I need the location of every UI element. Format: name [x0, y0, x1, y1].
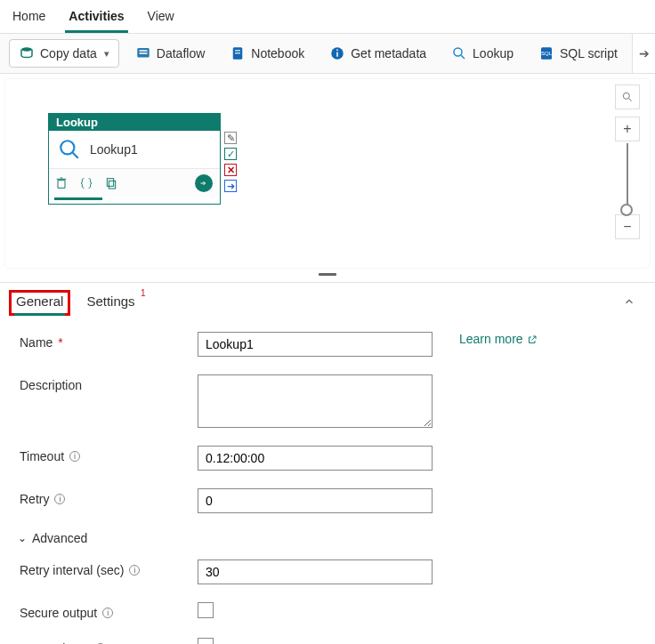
svg-point-10	[454, 48, 462, 56]
settings-error-badge: 1	[141, 288, 146, 298]
sql-script-button[interactable]: SQL SQL script	[530, 40, 627, 67]
advanced-label: Advanced	[32, 531, 87, 545]
toolbar-overflow-button[interactable]: ➔	[632, 34, 655, 73]
svg-rect-16	[109, 181, 115, 189]
info-icon[interactable]: i	[102, 608, 113, 618]
zoom-slider[interactable]	[627, 143, 628, 213]
port-success-icon[interactable]: ✓	[224, 148, 237, 160]
svg-point-14	[61, 141, 74, 154]
properties-panel: General Settings 1 Name * Learn more Des…	[0, 282, 655, 644]
dataflow-button[interactable]: Dataflow	[126, 40, 214, 67]
svg-line-15	[72, 152, 78, 158]
learn-more-link[interactable]: Learn more	[459, 332, 538, 346]
tab-general[interactable]: General	[11, 292, 69, 314]
svg-rect-6	[235, 52, 240, 53]
retry-input[interactable]	[198, 488, 433, 513]
lookup-icon	[58, 138, 81, 161]
info-icon[interactable]: i	[129, 565, 140, 576]
dataflow-label: Dataflow	[157, 46, 205, 60]
info-icon[interactable]: i	[54, 494, 65, 504]
zoom-in-button[interactable]: +	[615, 117, 640, 141]
lookup-button[interactable]: Lookup	[442, 40, 522, 67]
activity-node-name: Lookup1	[90, 142, 138, 157]
port-failure-icon[interactable]: ✕	[224, 164, 237, 176]
svg-rect-5	[235, 50, 240, 51]
copy-data-label: Copy data	[40, 46, 97, 60]
notebook-icon	[230, 45, 246, 61]
port-edit-icon[interactable]: ✎	[224, 132, 237, 144]
dataflow-icon	[135, 45, 151, 61]
activities-toolbar: Copy data ▾ Dataflow Notebook Get metada…	[0, 34, 655, 74]
svg-point-0	[21, 47, 32, 52]
fit-to-screen-button[interactable]	[615, 85, 640, 109]
node-active-indicator	[54, 197, 102, 200]
description-label: Description	[20, 378, 82, 392]
description-input[interactable]	[198, 374, 433, 428]
lookup-icon	[451, 45, 467, 61]
advanced-section-toggle[interactable]: ⌄ Advanced	[18, 531, 635, 545]
copy-data-button[interactable]: Copy data ▾	[9, 39, 119, 68]
sql-script-icon: SQL	[538, 45, 554, 61]
lookup-label: Lookup	[473, 46, 513, 60]
zoom-handle[interactable]	[620, 204, 633, 216]
node-output-ports: ✎ ✓ ✕ ➜	[224, 132, 237, 192]
copy-icon[interactable]	[104, 176, 118, 190]
secure-input-checkbox[interactable]	[198, 638, 214, 644]
activity-node-lookup[interactable]: Lookup Lookup1	[48, 113, 221, 205]
tab-settings[interactable]: Settings 1	[81, 292, 140, 314]
name-label: Name	[20, 335, 53, 350]
svg-rect-2	[139, 50, 147, 52]
retry-interval-label: Retry interval (sec)	[20, 563, 124, 577]
copy-data-icon	[19, 45, 35, 61]
chevron-right-icon: ➔	[639, 46, 650, 60]
port-completion-icon[interactable]: ➜	[224, 180, 237, 192]
tab-view[interactable]: View	[144, 4, 178, 33]
svg-rect-8	[336, 52, 338, 57]
svg-text:SQL: SQL	[541, 51, 553, 56]
editor-main-tabs: Home Activities View	[0, 0, 655, 34]
required-marker: *	[58, 335, 62, 350]
external-link-icon	[527, 334, 538, 344]
svg-rect-17	[107, 179, 113, 187]
svg-line-19	[629, 99, 632, 101]
info-icon[interactable]: i	[69, 451, 80, 462]
svg-rect-9	[336, 50, 338, 52]
chevron-down-icon: ⌄	[18, 532, 27, 544]
notebook-button[interactable]: Notebook	[221, 40, 313, 67]
get-metadata-button[interactable]: Get metadata	[320, 40, 435, 67]
retry-interval-input[interactable]	[198, 559, 433, 584]
svg-rect-3	[139, 52, 147, 54]
collapse-panel-button[interactable]	[623, 295, 635, 310]
secure-output-checkbox[interactable]	[198, 602, 214, 618]
canvas-zoom-control: + −	[614, 85, 641, 239]
tab-home[interactable]: Home	[9, 4, 49, 33]
code-braces-icon[interactable]	[79, 176, 93, 190]
name-input[interactable]	[198, 332, 433, 357]
info-icon	[329, 45, 345, 61]
delete-icon[interactable]	[54, 176, 69, 190]
chevron-down-icon: ▾	[104, 48, 109, 60]
get-metadata-label: Get metadata	[351, 46, 426, 60]
svg-line-11	[461, 55, 465, 59]
tab-activities[interactable]: Activities	[65, 4, 127, 33]
panel-splitter[interactable]	[0, 273, 655, 282]
zoom-out-button[interactable]: −	[615, 214, 640, 239]
pipeline-canvas[interactable]: Lookup Lookup1 ✎ ✓ ✕ ➜ + −	[5, 79, 650, 268]
run-activity-button[interactable]	[195, 174, 213, 192]
sql-script-label: SQL script	[560, 46, 618, 60]
secure-output-label: Secure output	[20, 606, 97, 620]
notebook-label: Notebook	[251, 46, 304, 60]
timeout-label: Timeout	[20, 449, 64, 463]
tab-settings-label: Settings	[86, 294, 134, 309]
learn-more-text: Learn more	[459, 332, 523, 346]
activity-node-type: Lookup	[49, 114, 220, 131]
svg-point-18	[623, 93, 629, 99]
retry-label: Retry	[20, 492, 49, 506]
timeout-input[interactable]	[198, 446, 433, 471]
